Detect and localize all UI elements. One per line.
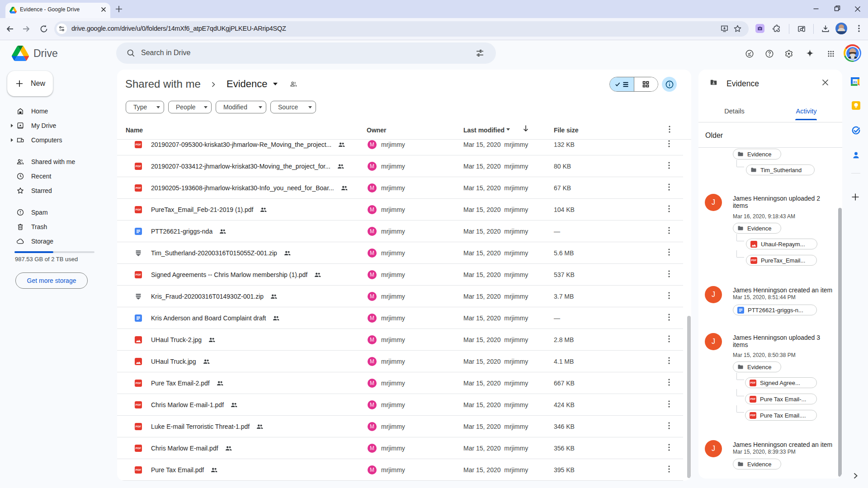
svg-text:31: 31 [853,80,857,84]
